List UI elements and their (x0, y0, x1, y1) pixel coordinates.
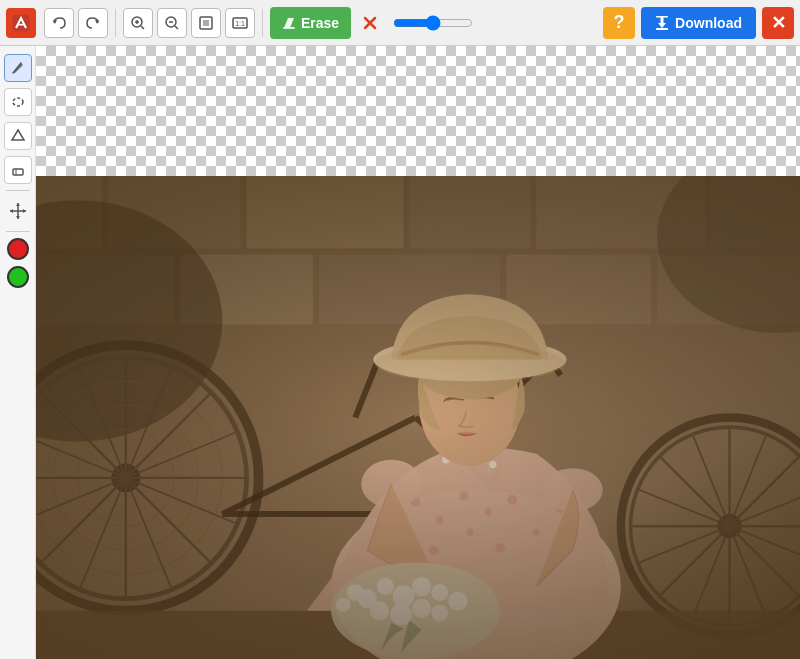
svg-rect-15 (283, 27, 295, 29)
svg-text:1:1: 1:1 (235, 20, 245, 27)
svg-marker-31 (16, 216, 20, 219)
undo-button[interactable] (44, 8, 74, 38)
transparent-area (36, 46, 800, 176)
photo-background (36, 176, 800, 659)
svg-marker-20 (658, 23, 666, 28)
photo-svg (36, 176, 800, 659)
actual-size-button[interactable]: 1:1 (225, 8, 255, 38)
app-logo (6, 8, 36, 38)
canvas-area (36, 46, 800, 659)
move-tool[interactable] (4, 197, 32, 225)
erase-button[interactable]: Erase (270, 7, 351, 39)
zoom-out-button[interactable] (157, 8, 187, 38)
svg-marker-30 (16, 203, 20, 206)
svg-rect-124 (36, 176, 800, 659)
svg-rect-26 (13, 169, 23, 175)
svg-marker-25 (12, 130, 24, 140)
cancel-erase-button[interactable] (355, 8, 385, 38)
polygon-tool[interactable] (4, 122, 32, 150)
fit-button[interactable] (191, 8, 221, 38)
separator-2 (262, 9, 263, 37)
svg-rect-11 (203, 20, 209, 26)
svg-marker-33 (23, 209, 26, 213)
color-1[interactable] (7, 238, 29, 260)
brush-size-slider-container (393, 15, 473, 31)
download-button[interactable]: Download (641, 7, 756, 39)
sidebar-separator (6, 190, 30, 191)
svg-marker-14 (284, 18, 294, 28)
eraser-tool[interactable] (4, 156, 32, 184)
toolbar: 1:1 Erase ? Download (0, 0, 800, 46)
close-button[interactable]: ✕ (762, 7, 794, 39)
pencil-tool[interactable] (4, 54, 32, 82)
sidebar-separator-2 (6, 231, 30, 232)
toolbar-right: ? Download ✕ (603, 7, 794, 39)
zoom-in-button[interactable] (123, 8, 153, 38)
help-button[interactable]: ? (603, 7, 635, 39)
svg-point-24 (13, 98, 23, 106)
brush-size-slider[interactable] (393, 15, 473, 31)
svg-rect-21 (656, 28, 668, 30)
svg-line-6 (141, 26, 144, 29)
sidebar (0, 46, 36, 659)
separator-1 (115, 9, 116, 37)
redo-button[interactable] (78, 8, 108, 38)
svg-line-9 (175, 26, 178, 29)
svg-marker-32 (10, 209, 13, 213)
lasso-tool[interactable] (4, 88, 32, 116)
color-2[interactable] (7, 266, 29, 288)
svg-marker-23 (13, 63, 23, 73)
photo-area (36, 176, 800, 659)
